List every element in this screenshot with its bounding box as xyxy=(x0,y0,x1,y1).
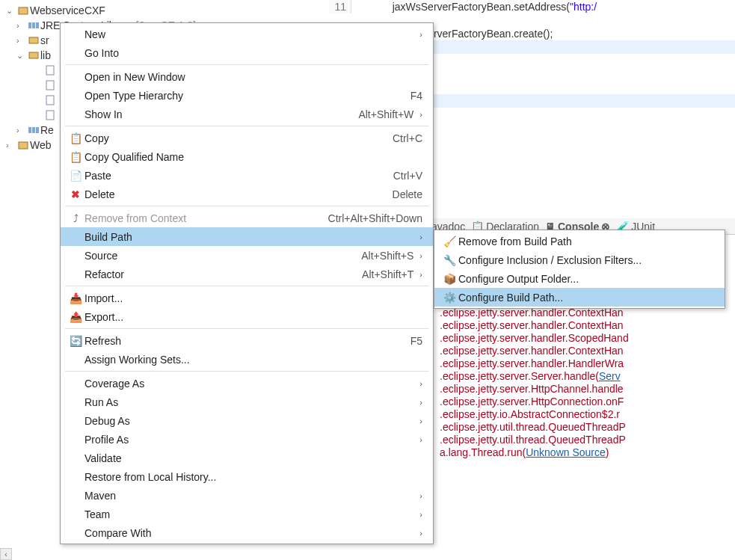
expand-arrow-icon[interactable]: › xyxy=(16,126,27,135)
expand-arrow-icon[interactable]: › xyxy=(16,36,27,45)
menu-item-maven[interactable]: Maven› xyxy=(61,486,433,505)
package-icon xyxy=(27,51,40,60)
menu-item-source[interactable]: SourceAlt+Shift+S› xyxy=(61,246,433,265)
copy-icon: 📋 xyxy=(67,151,84,163)
editor-gutter: 11 xyxy=(329,0,351,13)
menu-item-debug-as[interactable]: Debug As› xyxy=(61,411,433,430)
expand-arrow-icon[interactable]: › xyxy=(16,21,27,30)
menu-item-build-path[interactable]: Build Path› xyxy=(61,227,433,246)
menu-item-export-[interactable]: 📤Export... xyxy=(61,307,433,326)
svg-rect-13 xyxy=(19,142,28,149)
svg-rect-2 xyxy=(32,22,35,28)
menu-item-validate[interactable]: Validate xyxy=(61,449,433,467)
output-icon: 📦 xyxy=(440,273,458,285)
menu-item-new[interactable]: New› xyxy=(61,25,433,43)
svg-rect-9 xyxy=(46,111,54,120)
menu-item-open-type-hierarchy[interactable]: Open Type HierarchyF4 xyxy=(61,86,433,105)
tree-label: Web xyxy=(30,139,52,151)
menu-item-refactor[interactable]: RefactorAlt+Shift+T› xyxy=(61,265,433,283)
svg-rect-5 xyxy=(29,52,38,58)
paste-icon: 📄 xyxy=(67,170,84,182)
menu-item-delete[interactable]: ✖DeleteDelete xyxy=(61,185,433,203)
submenu-item-configure-output-folder-[interactable]: 📦Configure Output Folder... xyxy=(434,269,725,288)
tree-label: lib xyxy=(40,49,51,61)
svg-rect-11 xyxy=(32,127,35,133)
menu-item-assign-working-sets-[interactable]: Assign Working Sets... xyxy=(61,350,433,369)
remove-icon: ⤴ xyxy=(67,212,84,224)
menu-item-profile-as[interactable]: Profile As› xyxy=(61,430,433,449)
svg-rect-12 xyxy=(36,127,39,133)
delete-icon: ✖ xyxy=(67,188,84,200)
svg-rect-0 xyxy=(19,7,28,14)
menu-item-paste[interactable]: 📄PasteCtrl+V xyxy=(61,166,433,185)
menu-item-go-into[interactable]: Go Into xyxy=(61,43,433,62)
project-icon xyxy=(16,5,30,16)
context-menu[interactable]: New›Go IntoOpen in New WindowOpen Type H… xyxy=(60,22,434,544)
menu-item-remove-from-context: ⤴Remove from ContextCtrl+Alt+Shift+Down xyxy=(61,209,433,227)
svg-rect-6 xyxy=(46,66,54,75)
menu-item-team[interactable]: Team› xyxy=(61,505,433,523)
file-icon xyxy=(43,95,57,105)
menu-item-open-in-new-window[interactable]: Open in New Window xyxy=(61,67,433,86)
import-icon: 📥 xyxy=(67,292,84,304)
svg-rect-1 xyxy=(28,22,31,28)
svg-rect-8 xyxy=(46,96,54,105)
library-icon xyxy=(27,21,40,30)
console-output[interactable]: .eclipse.jetty.server.handler.ContextHan… xyxy=(440,307,735,553)
submenu-item-configure-inclusion-exclusion-filters-[interactable]: 🔧Configure Inclusion / Exclusion Filters… xyxy=(434,250,725,269)
expand-arrow-icon[interactable]: › xyxy=(6,141,16,150)
tree-label: Re xyxy=(40,124,54,136)
package-icon xyxy=(27,36,40,45)
menu-item-copy[interactable]: 📋CopyCtrl+C xyxy=(61,129,433,147)
refresh-icon: 🔄 xyxy=(67,335,84,347)
collapse-arrow-icon[interactable]: ⌄ xyxy=(16,51,27,61)
menu-item-compare-with[interactable]: Compare With› xyxy=(61,523,433,542)
menu-item-show-in[interactable]: Show InAlt+Shift+W› xyxy=(61,105,433,123)
menu-item-refresh[interactable]: 🔄RefreshF5 xyxy=(61,331,433,350)
project-icon xyxy=(16,140,30,150)
tree-label: sr xyxy=(40,34,49,46)
svg-rect-7 xyxy=(46,81,54,90)
menu-item-run-as[interactable]: Run As› xyxy=(61,393,433,411)
scroll-left-button[interactable]: ‹ xyxy=(0,548,12,560)
build-path-submenu[interactable]: 🧹Remove from Build Path🔧Configure Inclus… xyxy=(434,230,725,309)
submenu-item-configure-build-path-[interactable]: ⚙️Configure Build Path... xyxy=(434,288,725,307)
submenu-item-remove-from-build-path[interactable]: 🧹Remove from Build Path xyxy=(434,232,725,250)
svg-rect-3 xyxy=(36,22,39,28)
file-icon xyxy=(43,65,57,76)
svg-rect-10 xyxy=(28,127,31,133)
config-icon: ⚙️ xyxy=(440,292,458,304)
menu-item-copy-qualified-name[interactable]: 📋Copy Qualified Name xyxy=(61,147,433,166)
remove-bp-icon: 🧹 xyxy=(440,236,458,247)
svg-rect-4 xyxy=(29,37,38,43)
library-icon xyxy=(27,126,40,135)
menu-item-coverage-as[interactable]: Coverage As› xyxy=(61,374,433,393)
menu-item-import-[interactable]: 📥Import... xyxy=(61,289,433,307)
tree-project-root[interactable]: ⌄ WebserviceCXF xyxy=(0,3,329,18)
file-icon xyxy=(43,110,57,120)
export-icon: 📤 xyxy=(67,311,84,323)
file-icon xyxy=(43,80,57,90)
expand-arrow-icon[interactable]: ⌄ xyxy=(6,6,16,16)
tree-label: WebserviceCXF xyxy=(30,4,105,16)
copy-icon: 📋 xyxy=(67,132,84,144)
filter-icon: 🔧 xyxy=(440,254,458,266)
menu-item-restore-from-local-history-[interactable]: Restore from Local History... xyxy=(61,467,433,486)
